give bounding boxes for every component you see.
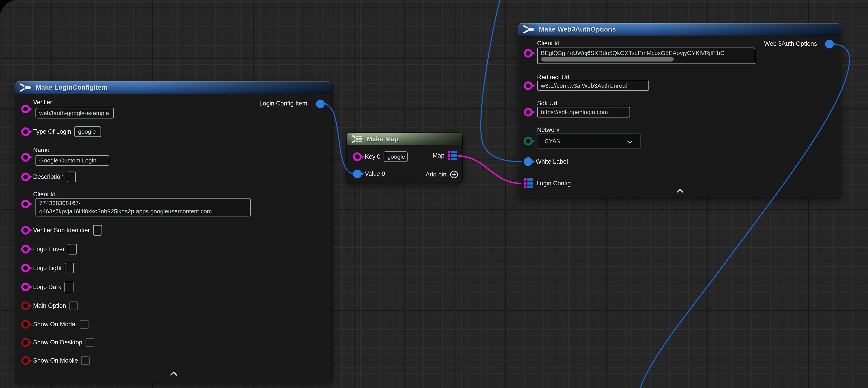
verifier-sub-identifier-input[interactable] bbox=[93, 225, 102, 236]
show-on-modal-checkbox[interactable] bbox=[80, 320, 89, 329]
pin-label: Show On Modal bbox=[33, 321, 77, 328]
type-of-login-input[interactable]: google bbox=[74, 126, 101, 137]
collapse-node-button[interactable] bbox=[676, 188, 684, 193]
chevron-up-icon bbox=[170, 371, 178, 376]
client-id-input[interactable]: 774338308167- q463s7kpvja16l4l0kko3nb925… bbox=[35, 198, 251, 216]
node-title: Make Web3AuthOptions bbox=[539, 25, 616, 33]
node-title: Make Map bbox=[367, 135, 399, 143]
pin-map-output[interactable] bbox=[447, 151, 457, 160]
pin-type-of-login[interactable] bbox=[21, 127, 30, 136]
row-login-config: Login Config bbox=[524, 178, 571, 189]
output-pin-label: Login Config Item bbox=[259, 100, 307, 107]
sdk-url-input[interactable]: https://sdk.openlogin.com bbox=[537, 107, 630, 118]
description-input[interactable] bbox=[67, 172, 76, 182]
chevron-up-icon bbox=[676, 188, 684, 193]
network-selected-value: CYAN bbox=[545, 138, 561, 145]
pin-client-id[interactable] bbox=[21, 200, 30, 208]
pin-label: Show On Mobile bbox=[33, 357, 78, 364]
blueprint-canvas[interactable]: Make LoginConfigItem Login Config Item V… bbox=[0, 0, 868, 388]
pin-name[interactable] bbox=[21, 153, 30, 162]
pin-label: Key 0 bbox=[365, 153, 380, 160]
make-struct-icon bbox=[523, 25, 535, 34]
pin-label: Show On Desktop bbox=[33, 339, 82, 346]
pin-client-id[interactable] bbox=[524, 49, 532, 58]
pin-verifier-sub-identifier[interactable] bbox=[21, 226, 30, 235]
pin-label: Main Option bbox=[33, 302, 66, 309]
client-id-line1: 774338308167- bbox=[39, 199, 81, 207]
pin-label: White Label bbox=[536, 158, 568, 165]
pin-network[interactable] bbox=[524, 137, 532, 146]
main-option-checkbox[interactable] bbox=[69, 301, 78, 310]
row-logo-light: Logo Light bbox=[21, 263, 74, 274]
node-make-map[interactable]: Make Map Key 0 google Value 0 Map Add pi… bbox=[347, 133, 462, 183]
row-logo-hover: Logo Hover bbox=[21, 244, 77, 255]
logo-dark-input[interactable] bbox=[64, 282, 73, 292]
pin-description[interactable] bbox=[21, 173, 30, 181]
key0-input[interactable]: google bbox=[383, 151, 408, 162]
pin-show-on-desktop[interactable] bbox=[21, 338, 30, 347]
logo-hover-input[interactable] bbox=[68, 244, 77, 255]
pin-show-on-mobile[interactable] bbox=[21, 356, 30, 365]
pin-verifier[interactable] bbox=[21, 105, 30, 113]
client-id-input[interactable]: BEglQSgt4cUWcj6SKRdu5QkOXTsePmMcusG5EAoy… bbox=[537, 48, 755, 64]
pin-redirect-url[interactable] bbox=[524, 82, 532, 90]
make-struct-icon bbox=[20, 83, 32, 92]
row-logo-dark: Logo Dark bbox=[21, 281, 73, 293]
node-header[interactable]: Make Web3AuthOptions bbox=[518, 23, 841, 36]
collapse-node-button[interactable] bbox=[170, 371, 178, 376]
row-description: Description bbox=[21, 171, 76, 182]
pin-label: Login Config bbox=[536, 180, 571, 187]
pin-label: Client Id bbox=[537, 40, 560, 47]
pin-label: Logo Hover bbox=[33, 246, 65, 253]
row-white-label: White Label bbox=[524, 156, 568, 167]
pin-label: Logo Dark bbox=[33, 283, 61, 291]
pin-label: Logo Light bbox=[33, 265, 62, 272]
pin-sdk-url[interactable] bbox=[524, 108, 532, 117]
client-id-text: BEglQSgt4cUWcj6SKRdu5QkOXTsePmMcusG5EAoy… bbox=[541, 50, 724, 56]
logo-light-input[interactable] bbox=[65, 263, 74, 273]
pin-label: Network bbox=[537, 126, 560, 133]
pin-main-option[interactable] bbox=[21, 301, 30, 310]
add-pin-label: Add pin bbox=[426, 171, 446, 178]
pin-label: Description bbox=[33, 173, 64, 180]
node-make-loginconfigitem[interactable]: Make LoginConfigItem Login Config Item V… bbox=[15, 82, 332, 382]
show-on-desktop-checkbox[interactable] bbox=[86, 338, 94, 347]
wire-map-to-loginconfig[interactable] bbox=[458, 156, 521, 183]
row-value0: Value 0 bbox=[353, 168, 385, 179]
row-network: Network CYAN bbox=[524, 126, 831, 142]
row-verifier-sub-identifier: Verifier Sub Identifier bbox=[21, 225, 102, 236]
pin-show-on-modal[interactable] bbox=[21, 320, 30, 329]
pin-logo-light[interactable] bbox=[21, 264, 30, 272]
node-title: Make LoginConfigItem bbox=[36, 84, 107, 91]
pin-white-label[interactable] bbox=[524, 157, 532, 166]
pin-key0[interactable] bbox=[353, 152, 362, 161]
pin-label: Redirect Url bbox=[537, 74, 569, 81]
add-pin-button[interactable]: Add pin bbox=[426, 170, 458, 179]
pin-label: Name bbox=[33, 147, 50, 154]
show-on-mobile-checkbox[interactable] bbox=[81, 356, 90, 365]
plus-circle-icon bbox=[450, 170, 458, 179]
pin-login-config[interactable] bbox=[524, 178, 533, 188]
node-header[interactable]: Make LoginConfigItem bbox=[15, 82, 332, 94]
verifier-input[interactable]: web3auth-google-example bbox=[35, 108, 114, 118]
pin-logo-dark[interactable] bbox=[21, 283, 30, 291]
name-input[interactable]: Google Custom Login bbox=[35, 155, 109, 166]
pin-label: Value 0 bbox=[365, 170, 385, 177]
pin-label: Client Id bbox=[33, 191, 56, 198]
pin-label: Type Of Login bbox=[33, 128, 71, 135]
chevron-down-icon bbox=[627, 138, 633, 144]
pin-logo-hover[interactable] bbox=[21, 245, 30, 253]
row-key0: Key 0 google bbox=[353, 151, 408, 162]
row-type-of-login: Type Of Login google bbox=[21, 126, 101, 137]
wire-offscreen-to-whitelabel[interactable] bbox=[481, 0, 522, 162]
network-dropdown[interactable]: CYAN bbox=[537, 133, 641, 149]
row-show-on-desktop: Show On Desktop bbox=[21, 337, 94, 348]
redirect-url-input[interactable]: w3a://com.w3a.Web3AuthUnreal bbox=[537, 81, 649, 91]
row-show-on-mobile: Show On Mobile bbox=[21, 355, 90, 366]
map-output-label: Map bbox=[433, 152, 444, 159]
node-header[interactable]: Make Map bbox=[347, 133, 462, 145]
row-main-option: Main Option bbox=[21, 300, 78, 311]
pin-label: Verifier bbox=[33, 99, 52, 106]
client-id-scrollbar[interactable] bbox=[541, 57, 674, 61]
client-id-line2: q463s7kpvja16l4l0kko3nb925ikds2p.apps.go… bbox=[39, 207, 212, 215]
